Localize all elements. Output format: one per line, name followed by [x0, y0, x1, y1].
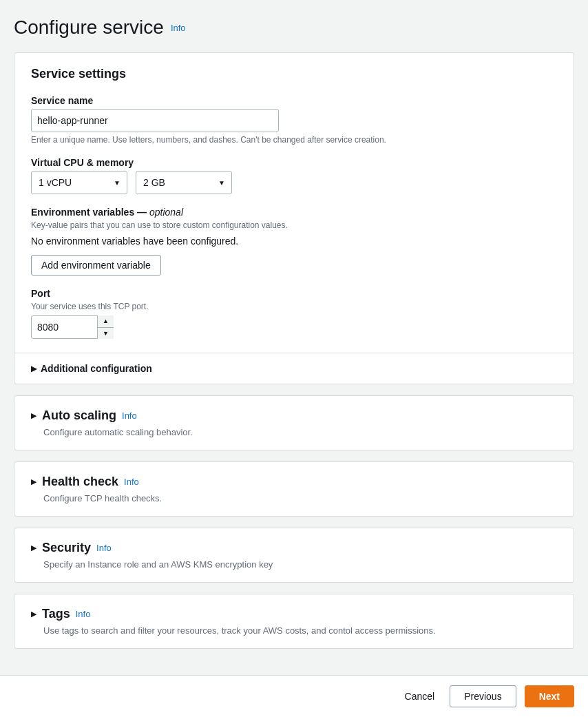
- previous-button[interactable]: Previous: [450, 685, 516, 707]
- env-vars-label: Environment variables — optional: [31, 207, 183, 218]
- service-name-hint: Enter a unique name. Use letters, number…: [31, 135, 557, 145]
- health-check-info-link[interactable]: Info: [124, 477, 139, 487]
- port-spinners: ▲ ▼: [97, 315, 114, 339]
- health-check-title: Health check: [42, 475, 118, 489]
- auto-scaling-info-link[interactable]: Info: [122, 411, 137, 421]
- footer-bar: Cancel Previous Next: [0, 675, 588, 717]
- memory-select[interactable]: 2 GB 4 GB 6 GB: [136, 171, 232, 194]
- additional-config-trigger[interactable]: ▶ Additional configuration: [31, 363, 152, 374]
- service-name-input[interactable]: [31, 109, 279, 132]
- cpu-select-wrapper: 1 vCPU 2 vCPU ▼: [31, 171, 127, 194]
- tags-panel: ▶ Tags Info Use tags to search and filte…: [14, 594, 574, 649]
- additional-config-label: Additional configuration: [41, 363, 152, 374]
- env-vars-hint: Key-value pairs that you can use to stor…: [31, 220, 557, 230]
- cpu-memory-field: Virtual CPU & memory 1 vCPU 2 vCPU ▼ 2 G…: [31, 157, 557, 194]
- port-decrement-button[interactable]: ▼: [98, 328, 114, 340]
- cpu-select[interactable]: 1 vCPU 2 vCPU: [31, 171, 127, 194]
- memory-select-wrapper: 2 GB 4 GB 6 GB ▼: [136, 171, 232, 194]
- security-header[interactable]: ▶ Security Info: [31, 541, 557, 555]
- service-name-label: Service name: [31, 95, 557, 106]
- health-check-arrow: ▶: [31, 477, 36, 486]
- security-panel: ▶ Security Info Specify an Instance role…: [14, 528, 574, 583]
- port-input-wrapper: ▲ ▼: [31, 315, 114, 339]
- cancel-button[interactable]: Cancel: [398, 687, 442, 706]
- add-env-var-button[interactable]: Add environment variable: [31, 255, 161, 276]
- security-info-link[interactable]: Info: [96, 543, 112, 553]
- health-check-panel: ▶ Health check Info Configure TCP health…: [14, 461, 574, 517]
- tags-description: Use tags to search and filter your resou…: [31, 625, 557, 636]
- auto-scaling-title: Auto scaling: [42, 408, 116, 423]
- env-vars-empty-text: No environment variables have been confi…: [31, 236, 557, 247]
- tags-arrow: ▶: [31, 610, 36, 619]
- tags-title: Tags: [42, 607, 70, 621]
- auto-scaling-arrow: ▶: [31, 411, 36, 420]
- env-vars-section: Environment variables — optional Key-val…: [31, 207, 557, 276]
- tags-info-link[interactable]: Info: [76, 609, 91, 619]
- additional-config-section: ▶ Additional configuration: [14, 353, 574, 384]
- page-title: Configure service: [14, 17, 164, 39]
- service-settings-card: Service settings Service name Enter a un…: [14, 52, 574, 384]
- additional-config-arrow: ▶: [31, 364, 36, 373]
- port-hint: Your service uses this TCP port.: [31, 302, 557, 311]
- page-info-link[interactable]: Info: [171, 23, 186, 33]
- security-description: Specify an Instance role and an AWS KMS …: [31, 559, 557, 570]
- service-name-field: Service name Enter a unique name. Use le…: [31, 95, 557, 145]
- security-title: Security: [42, 541, 91, 555]
- port-label: Port: [31, 288, 557, 299]
- tags-header[interactable]: ▶ Tags Info: [31, 607, 557, 621]
- port-field: Port Your service uses this TCP port. ▲ …: [31, 288, 557, 339]
- security-arrow: ▶: [31, 543, 36, 552]
- cpu-memory-label: Virtual CPU & memory: [31, 157, 557, 168]
- env-vars-optional: optional: [149, 207, 183, 218]
- health-check-description: Configure TCP health checks.: [31, 493, 557, 503]
- auto-scaling-description: Configure automatic scaling behavior.: [31, 427, 557, 437]
- next-button[interactable]: Next: [525, 685, 574, 707]
- health-check-header[interactable]: ▶ Health check Info: [31, 475, 557, 489]
- auto-scaling-header[interactable]: ▶ Auto scaling Info: [31, 408, 557, 423]
- service-settings-title: Service settings: [31, 67, 557, 81]
- auto-scaling-panel: ▶ Auto scaling Info Configure automatic …: [14, 395, 574, 450]
- port-increment-button[interactable]: ▲: [98, 315, 114, 328]
